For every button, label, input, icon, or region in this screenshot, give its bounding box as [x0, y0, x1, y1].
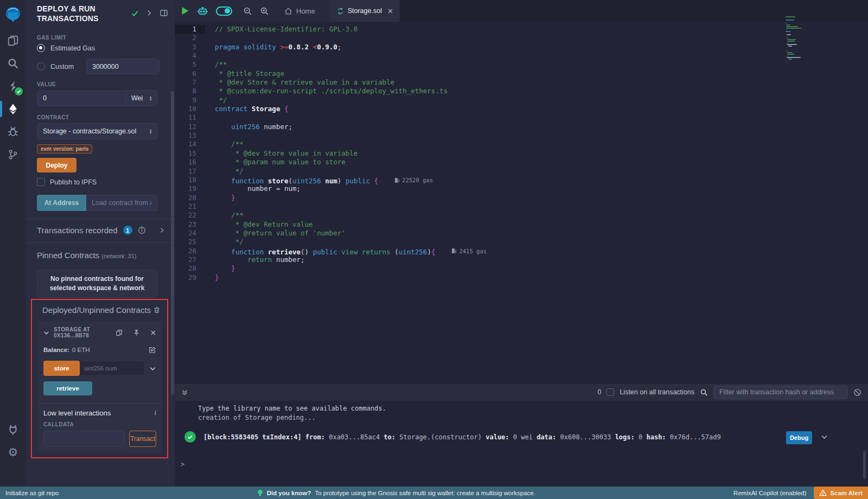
empty-line2: selected workspace & network — [50, 284, 145, 293]
git-icon[interactable] — [0, 143, 26, 166]
status-bar: Initialize as git repo Did you know? To … — [0, 487, 868, 499]
custom-gas-radio[interactable] — [37, 62, 45, 71]
transact-button[interactable]: Transact — [129, 431, 156, 447]
run-script-play-icon[interactable] — [181, 7, 189, 15]
copilot-status[interactable]: RemixAI Copilot (enabled) — [733, 490, 806, 496]
contract-collapse-chevron-icon[interactable] — [43, 330, 49, 336]
scam-alert-label: Scam Alert — [830, 490, 863, 496]
terminal-line: creation of Storage pending... — [175, 413, 868, 423]
editor-toolbar: Home Storage.sol ✕ — [175, 0, 868, 22]
deploy-button[interactable]: Deploy — [37, 158, 76, 172]
code-line: 14 /** — [175, 140, 868, 149]
value-input[interactable] — [37, 91, 126, 106]
deployed-contracts-title: Deployed/Unpinned Contracts — [42, 305, 151, 315]
plugin-manager-icon[interactable] — [0, 418, 26, 441]
side-panel-scrollbar[interactable] — [171, 91, 174, 395]
main-area: Home Storage.sol ✕ 1// SPDX-License-Iden… — [175, 0, 868, 487]
git-init-status[interactable]: Initialize as git repo — [0, 490, 59, 496]
low-level-info-icon[interactable]: i — [154, 408, 156, 417]
code-line: 6 * @title Storage — [175, 69, 868, 78]
divider — [26, 219, 175, 219]
code-line: 3pragma solidity >=0.8.2 <0.9.0; — [175, 43, 868, 52]
editor-minimap[interactable] — [786, 16, 821, 63]
listen-all-checkbox[interactable] — [607, 388, 614, 396]
at-address-input[interactable] — [86, 195, 157, 211]
terminal-expand-icon[interactable] — [175, 389, 188, 396]
trash-icon[interactable] — [153, 306, 161, 314]
tx-expand-chevron-icon[interactable] — [821, 433, 828, 440]
publish-ipfs-checkbox[interactable] — [37, 178, 45, 186]
code-editor[interactable]: 1// SPDX-License-Identifier: GPL-3.023pr… — [175, 22, 868, 383]
transaction-row[interactable]: [block:5583405 txIndex:4] from: 0xa03...… — [184, 431, 825, 443]
value-label: VALUE — [37, 81, 168, 87]
deployed-contract-card: STORAGE AT 0X136...8B78 Balance: 0 ETH — [38, 321, 162, 453]
estimated-gas-label: Estimated Gas — [50, 44, 95, 52]
scam-alert-button[interactable]: Scam Alert — [814, 487, 868, 499]
transactions-expand-chevron-icon[interactable] — [159, 227, 165, 233]
solidity-compiler-icon[interactable] — [0, 75, 26, 98]
tab-storage-sol[interactable]: Storage.sol ✕ — [330, 0, 400, 22]
empty-line1: No pinned contracts found for — [50, 274, 144, 284]
select-arrows-icon: ▲▼ — [145, 129, 152, 134]
tab-close-icon[interactable]: ✕ — [387, 7, 393, 15]
code-line: 29} — [175, 273, 868, 282]
remove-contract-icon[interactable] — [150, 330, 156, 336]
code-line: 13 — [175, 131, 868, 140]
settings-gear-icon[interactable]: ⚙ — [0, 441, 26, 464]
store-function-button[interactable]: store — [43, 361, 80, 376]
publish-ipfs-label: Publish to IPFS — [50, 178, 97, 186]
code-line: 4 — [175, 52, 868, 60]
clear-console-icon[interactable] — [853, 388, 861, 396]
remix-logo-icon[interactable] — [0, 0, 26, 29]
filter-tx-input[interactable] — [713, 386, 848, 399]
terminal-search-icon[interactable] — [700, 388, 708, 396]
code-line: 5/** — [175, 60, 868, 69]
zoom-out-icon[interactable] — [243, 7, 252, 16]
balance-value: 0 ETH — [72, 347, 90, 353]
terminal-output[interactable]: Type the library name to see available c… — [175, 401, 868, 487]
tx-summary: [block:5583405 txIndex:4] from: 0xa03...… — [203, 433, 721, 441]
home-tab[interactable]: Home — [277, 7, 323, 15]
terminal-prompt[interactable]: > — [181, 460, 184, 468]
ai-assistant-robot-icon[interactable] — [197, 5, 208, 17]
debugger-icon[interactable] — [0, 120, 26, 143]
tx-success-icon — [184, 431, 196, 443]
activity-bar: ⚙ — [0, 0, 26, 487]
custom-gas-label: Custom — [50, 63, 81, 71]
code-line: 21 — [175, 202, 868, 211]
panel-pin-view-icon[interactable] — [159, 9, 168, 17]
terminal-scrollbar[interactable] — [863, 451, 866, 479]
custom-gas-input[interactable] — [86, 59, 159, 74]
transactions-recorded-row[interactable]: Transactions recorded 1 — [37, 226, 168, 235]
retrieve-function-button[interactable]: retrieve — [43, 381, 92, 395]
deploy-run-panel: DEPLOY & RUN TRANSACTIONS GAS LIMIT Esti… — [26, 0, 175, 487]
edit-balance-icon[interactable] — [149, 346, 156, 354]
contract-address-label: STORAGE AT 0X136...8B78 — [54, 327, 111, 338]
copy-address-icon[interactable] — [116, 329, 123, 336]
zoom-in-icon[interactable] — [260, 7, 269, 16]
store-arg-input[interactable] — [80, 361, 145, 376]
calldata-label: CALLDATA — [43, 421, 156, 427]
home-label: Home — [296, 7, 315, 15]
calldata-input[interactable] — [43, 431, 125, 447]
gas-estimate-annotation: 2415 gas — [451, 247, 487, 255]
panel-check-icon[interactable] — [131, 9, 139, 17]
panel-chevron-right-icon[interactable] — [146, 10, 152, 16]
at-address-button[interactable]: At Address — [37, 195, 86, 211]
search-icon[interactable] — [0, 52, 26, 75]
debug-button[interactable]: Debug — [786, 431, 812, 444]
info-icon[interactable] — [138, 226, 146, 234]
warning-icon — [819, 489, 827, 496]
contract-select[interactable]: Storage - contracts/Storage.sol ▲▼ — [37, 123, 157, 139]
estimated-gas-radio[interactable] — [37, 44, 45, 52]
file-explorer-icon[interactable] — [0, 29, 26, 52]
pin-contract-icon[interactable] — [133, 329, 140, 336]
deploy-run-icon[interactable] — [0, 98, 26, 120]
code-line: 11 — [175, 113, 868, 122]
code-line: 17 */ — [175, 167, 868, 176]
copilot-toggle[interactable] — [216, 7, 232, 16]
terminal-line: Type the library name to see available c… — [175, 401, 868, 413]
value-unit-select[interactable]: Wei ▲▼ — [126, 90, 157, 106]
expand-args-chevron-icon[interactable] — [149, 365, 156, 372]
pinned-title: Pinned Contracts — [37, 251, 99, 260]
